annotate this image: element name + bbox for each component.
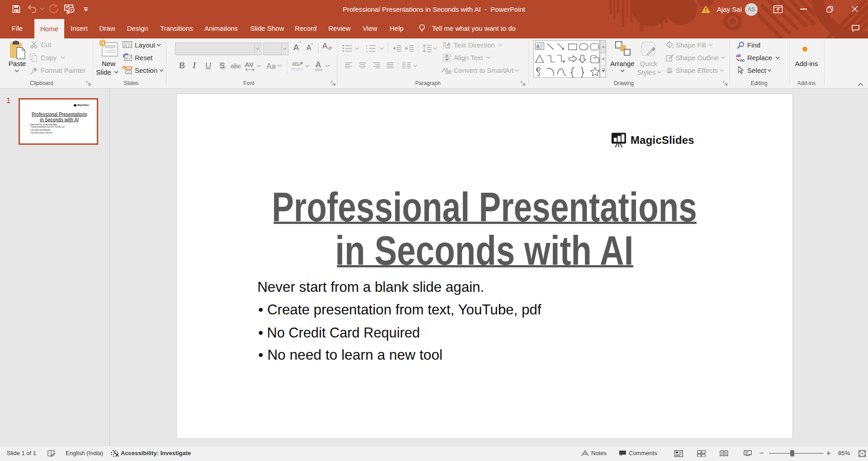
svg-text:2: 2 <box>366 47 368 50</box>
svg-text:A: A <box>447 42 451 47</box>
svg-text:A: A <box>536 44 540 49</box>
svg-text:1: 1 <box>366 44 368 47</box>
svg-text:ac: ac <box>740 57 745 62</box>
svg-text:3: 3 <box>366 50 368 53</box>
